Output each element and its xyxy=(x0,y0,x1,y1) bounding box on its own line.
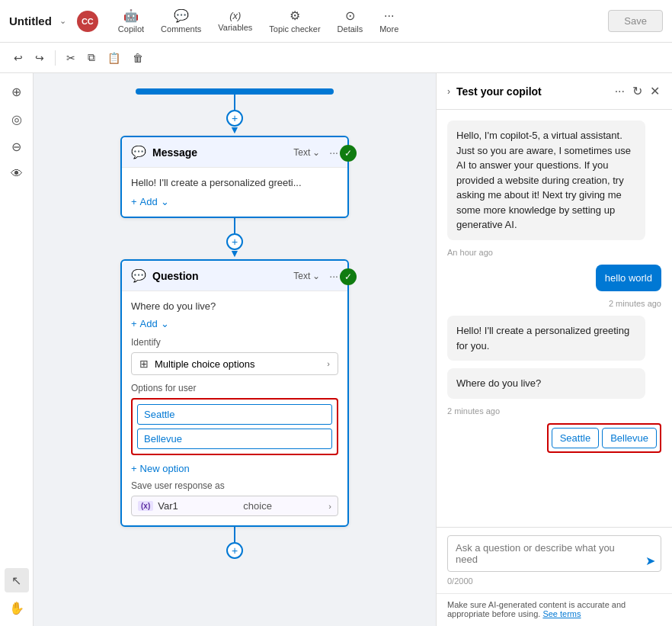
question-type-label: Text xyxy=(293,271,310,281)
panel-header: › Test your copilot ··· ↻ ✕ xyxy=(437,73,672,110)
paste-button[interactable]: 📋 xyxy=(103,49,125,67)
comments-icon: 💬 xyxy=(174,8,189,23)
panel-chevron-icon[interactable]: › xyxy=(447,86,450,97)
toolbar-variables[interactable]: (x) Variables xyxy=(210,5,260,37)
question-node-body: Where do you live? + Add ⌄ Identify ⊞ Mu… xyxy=(122,291,347,525)
options-section: Options for user Seattle Bellevue xyxy=(131,383,338,455)
send-button[interactable]: ➤ xyxy=(645,554,655,568)
select-tool[interactable]: ↖ xyxy=(5,568,29,592)
zoom-out-tool[interactable]: ⊖ xyxy=(5,134,29,159)
copy-button[interactable]: ⧉ xyxy=(83,48,100,67)
toolbar-details[interactable]: ⊙ Details xyxy=(330,4,371,38)
question-node-check: ✓ xyxy=(340,268,357,285)
question-node-header: 💬 Question Text ⌄ ··· xyxy=(122,261,347,291)
add-node-button-2[interactable]: + xyxy=(226,233,243,250)
char-count: 0/2000 xyxy=(447,576,661,586)
identify-row-text: Multiple choice options xyxy=(155,358,327,370)
delete-button[interactable]: 🗑 xyxy=(128,49,148,67)
toolbar-items: 🤖 Copilot 💬 Comments (x) Variables ⚙ Top… xyxy=(110,4,406,38)
canvas-area: + ▼ ✓ 💬 Message Text ⌄ ··· Hello! I'll c… xyxy=(34,73,436,626)
question-label: Where do you live? xyxy=(131,300,338,312)
eye-tool[interactable]: 👁 xyxy=(5,162,29,186)
bottom-line xyxy=(234,527,235,542)
panel-refresh-button[interactable]: ↻ xyxy=(631,82,644,100)
question-node-add[interactable]: + Add ⌄ xyxy=(131,318,338,329)
connector-line-1 xyxy=(234,95,235,110)
left-sidebar: ⊕ ◎ ⊖ 👁 ↖ ✋ xyxy=(0,73,34,626)
bot-reply2-bubble: Where do you live? xyxy=(447,368,645,399)
identify-label: Identify xyxy=(131,337,338,348)
message-node-menu-icon[interactable]: ··· xyxy=(329,146,338,159)
chat-choices-box: Seattle Bellevue xyxy=(547,423,661,453)
save-response-row[interactable]: (x) Var1 choice › xyxy=(131,496,338,516)
target-tool[interactable]: ◎ xyxy=(5,107,29,131)
chat-input[interactable] xyxy=(447,535,661,572)
message-node-header: 💬 Message Text ⌄ ··· xyxy=(122,137,347,168)
option-bellevue-text: Bellevue xyxy=(144,433,325,445)
more-icon: ··· xyxy=(384,9,394,23)
add-plus-icon: + xyxy=(131,196,137,207)
comments-label: Comments xyxy=(161,24,201,34)
top-bar-node xyxy=(136,88,334,95)
var-val: choice xyxy=(243,500,324,512)
new-option-button[interactable]: + New option xyxy=(131,463,338,474)
message-node-add[interactable]: + Add ⌄ xyxy=(131,196,338,207)
chat-input-area: ➤ 0/2000 xyxy=(437,527,672,593)
options-header: Options for user xyxy=(131,383,338,393)
main-area: ⊕ ◎ ⊖ 👁 ↖ ✋ + ▼ ✓ 💬 Message Text ⌄ xyxy=(0,73,672,626)
save-response-label: Save user response as xyxy=(131,480,338,491)
bot-reply2-time: 2 minutes ago xyxy=(447,406,661,416)
panel-close-button[interactable]: ✕ xyxy=(648,82,661,100)
toolbar-topic-checker[interactable]: ⚙ Topic checker xyxy=(261,4,328,38)
title-chevron-icon[interactable]: ⌄ xyxy=(59,16,66,26)
message-node-check: ✓ xyxy=(340,145,357,162)
option-bellevue[interactable]: Bellevue xyxy=(137,429,332,449)
details-icon: ⊙ xyxy=(345,8,355,23)
undo-button[interactable]: ↩ xyxy=(9,49,27,67)
app-title: Untitled xyxy=(9,14,52,27)
identify-row[interactable]: ⊞ Multiple choice options › xyxy=(131,352,338,375)
cut-button[interactable]: ✂ xyxy=(62,49,80,67)
toolbar-more[interactable]: ··· More xyxy=(372,5,406,38)
var-badge: (x) xyxy=(138,501,153,511)
panel-title: Test your copilot xyxy=(456,85,607,98)
toolbar-left: Untitled ⌄ CC xyxy=(9,11,98,32)
zoom-in-tool[interactable]: ⊕ xyxy=(5,79,29,104)
user-message-time: 2 minutes ago xyxy=(609,299,661,308)
question-node-menu-icon[interactable]: ··· xyxy=(329,270,338,282)
q-add-chevron-icon: ⌄ xyxy=(161,318,169,329)
toolbar-copilot[interactable]: 🤖 Copilot xyxy=(110,4,152,38)
message-type-badge[interactable]: Text ⌄ xyxy=(293,147,320,158)
choice-seattle-button[interactable]: Seattle xyxy=(552,428,599,448)
panel-more-button[interactable]: ··· xyxy=(613,82,626,100)
identify-chevron-icon: › xyxy=(327,359,330,368)
option-seattle[interactable]: Seattle xyxy=(137,404,332,425)
new-option-label: New option xyxy=(140,463,190,474)
add-node-button-1[interactable]: + xyxy=(226,110,243,127)
message-node-title: Message xyxy=(152,146,287,159)
add-chevron-icon: ⌄ xyxy=(161,196,169,207)
chat-area: Hello, I'm copilot-5, a virtual assistan… xyxy=(437,110,672,527)
question-node-title: Question xyxy=(152,270,287,282)
user-message-bubble: hello world xyxy=(596,265,661,292)
add-node-button-bottom[interactable]: + xyxy=(226,542,243,559)
save-response-section: Save user response as (x) Var1 choice › xyxy=(131,480,338,516)
redo-button[interactable]: ↪ xyxy=(30,49,49,67)
variables-label: Variables xyxy=(218,23,252,32)
options-box: Seattle Bellevue xyxy=(131,398,338,455)
question-type-badge[interactable]: Text ⌄ xyxy=(293,271,320,281)
right-panel: › Test your copilot ··· ↻ ✕ Hello, I'm c… xyxy=(436,73,672,626)
toolbar-comments[interactable]: 💬 Comments xyxy=(153,4,209,38)
message-node-text: Hello! I'll create a personalized greeti… xyxy=(131,177,338,188)
save-button[interactable]: Save xyxy=(608,10,663,32)
add-label: Add xyxy=(140,196,158,207)
hand-tool[interactable]: ✋ xyxy=(5,596,29,620)
see-terms-link[interactable]: See terms xyxy=(542,609,581,618)
message-node-icon: 💬 xyxy=(131,145,146,159)
choice-bellevue-button[interactable]: Bellevue xyxy=(602,428,657,448)
more-label: More xyxy=(379,24,398,34)
connector-line-2 xyxy=(234,218,235,233)
intro-time: An hour ago xyxy=(447,248,661,257)
message-node-body: Hello! I'll create a personalized greeti… xyxy=(122,168,347,217)
new-option-plus-icon: + xyxy=(131,463,137,474)
